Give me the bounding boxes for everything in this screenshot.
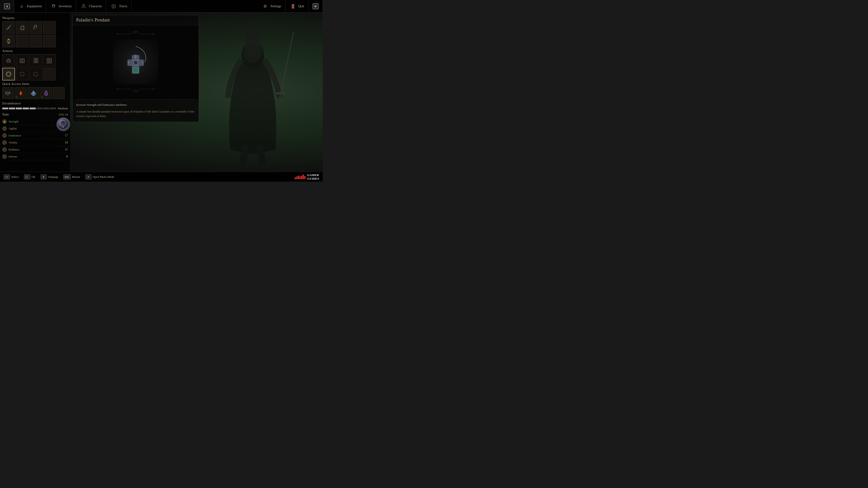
- encumbrance-heading: Encumbrance: [2, 102, 68, 105]
- svg-line-12: [6, 25, 11, 30]
- enc-seg-6: [36, 107, 42, 109]
- inferno-value: 8: [62, 155, 68, 158]
- select-key: [4, 174, 10, 180]
- armour-slot-helm[interactable]: [2, 54, 15, 67]
- svg-point-26: [34, 72, 38, 76]
- nav-key-right[interactable]: D: [309, 0, 323, 12]
- radiance-icon: [2, 147, 7, 152]
- svg-point-38: [3, 149, 6, 151]
- armour-slot-empty[interactable]: [43, 68, 56, 80]
- weapons-grid: 3 4 5: [2, 21, 68, 47]
- weapon-slot-5[interactable]: 4: [16, 35, 29, 47]
- nav-item-quit[interactable]: 🚪 Quit: [285, 0, 309, 12]
- qa-slot-2-num: 5: [16, 96, 17, 98]
- encumbrance-bar-row: Medium: [2, 107, 68, 110]
- agility-name: Agility: [8, 127, 61, 130]
- gg-bar-5: [301, 175, 302, 179]
- return-label: Return: [72, 175, 80, 179]
- encumbrance-section: Encumbrance Medium: [2, 102, 68, 110]
- svg-line-5: [280, 32, 293, 98]
- ok-label: Ok: [32, 175, 35, 179]
- weapon-slot-1[interactable]: [2, 21, 15, 34]
- action-photo-mode[interactable]: P Open Photo Mode: [86, 174, 114, 180]
- weapon-slot-6[interactable]: 5: [29, 35, 42, 47]
- character-icon: [80, 3, 87, 10]
- svg-rect-22: [50, 58, 52, 63]
- item-panel: Paladin's Pendant: [72, 15, 199, 122]
- svg-point-1: [245, 28, 260, 46]
- gg-bar-3: [298, 175, 299, 179]
- character-figure: [196, 13, 309, 172]
- action-unequip[interactable]: R Unequip: [41, 174, 58, 180]
- qa-slot-1[interactable]: [2, 87, 14, 99]
- quit-icon: 🚪: [289, 3, 296, 10]
- armour-slot-ring3[interactable]: [29, 68, 42, 80]
- left-key-badge: A: [4, 3, 10, 9]
- svg-point-39: [3, 156, 6, 158]
- svg-point-24: [7, 73, 10, 75]
- nav-item-tincts[interactable]: Tincts: [106, 0, 131, 12]
- enc-seg-3: [16, 107, 22, 109]
- weapon-slot-empty[interactable]: [43, 21, 56, 34]
- svg-point-11: [113, 6, 114, 7]
- action-ok[interactable]: ↵ Ok: [24, 174, 35, 180]
- qa-slot-4[interactable]: 3: [40, 87, 52, 99]
- svg-rect-27: [6, 92, 10, 94]
- enc-seg-8: [50, 107, 56, 109]
- level-orb: 0: [57, 118, 70, 131]
- armour-slot-ring1[interactable]: [2, 68, 15, 80]
- svg-point-25: [20, 72, 24, 76]
- qa-slot-2[interactable]: 5: [15, 87, 27, 99]
- action-select[interactable]: Select: [4, 174, 19, 180]
- stat-row-inferno: Inferno 8: [2, 153, 68, 160]
- strength-name: Strength: [8, 120, 61, 123]
- center-panel: Paladin's Pendant: [72, 15, 199, 170]
- armour-slot-legs[interactable]: [43, 54, 56, 67]
- qa-slot-4-num: 3: [41, 96, 42, 98]
- equipment-label: Equipment: [27, 4, 42, 8]
- gg-bars: [295, 175, 305, 179]
- svg-point-53: [135, 57, 136, 58]
- select-label: Select: [11, 175, 19, 179]
- svg-rect-29: [7, 94, 8, 95]
- action-return[interactable]: ESC Return: [63, 174, 80, 180]
- armour-slot-ring2[interactable]: [16, 68, 29, 80]
- weapon-slot-3[interactable]: [29, 21, 42, 34]
- weapon-slot-7[interactable]: [43, 35, 56, 47]
- svg-point-9: [83, 4, 85, 6]
- qa-slot-5[interactable]: [53, 87, 65, 99]
- gg-bar-4: [300, 176, 301, 179]
- stat-row-radiance: Radiance 11: [2, 146, 68, 153]
- armour-slot-chest[interactable]: [16, 54, 29, 67]
- weapon-slot-2[interactable]: [16, 21, 29, 34]
- armour-slot-arms[interactable]: [29, 54, 42, 67]
- enc-seg-2: [9, 107, 15, 109]
- nav-item-character[interactable]: Character: [76, 0, 106, 12]
- strength-icon: 💪: [2, 119, 7, 124]
- equipment-icon: ⚔: [18, 3, 25, 10]
- vitality-icon: [2, 140, 7, 145]
- svg-text:💪: 💪: [4, 121, 6, 123]
- qa-slot-3[interactable]: [28, 87, 39, 99]
- stats-level: LVL 14: [59, 113, 68, 116]
- svg-rect-20: [36, 58, 38, 63]
- nav-key-left[interactable]: A: [0, 0, 14, 12]
- ok-key: ↵: [24, 174, 30, 180]
- level-orb-number: 0: [63, 125, 64, 129]
- svg-point-16: [8, 42, 9, 43]
- weapons-heading: Weapons: [2, 16, 68, 20]
- nav-item-inventory[interactable]: Inventory: [46, 0, 76, 12]
- slot-num-5: 5: [31, 44, 33, 47]
- svg-rect-51: [133, 68, 138, 72]
- nav-item-equipment[interactable]: ⚔ Equipment: [14, 0, 46, 12]
- endurance-value: 17: [62, 134, 68, 137]
- item-image-container: [72, 25, 199, 99]
- settings-icon: ⚙: [262, 3, 269, 10]
- svg-point-31: [33, 92, 34, 94]
- encumbrance-level: Medium: [58, 107, 68, 110]
- nav-item-settings[interactable]: ⚙ Settings: [258, 0, 285, 12]
- armour-heading: Armour: [2, 49, 68, 53]
- nav-bar: A ⚔ Equipment Inventory Character Tincts…: [0, 0, 323, 13]
- svg-point-37: [3, 141, 6, 144]
- weapon-slot-4[interactable]: 3: [2, 35, 15, 47]
